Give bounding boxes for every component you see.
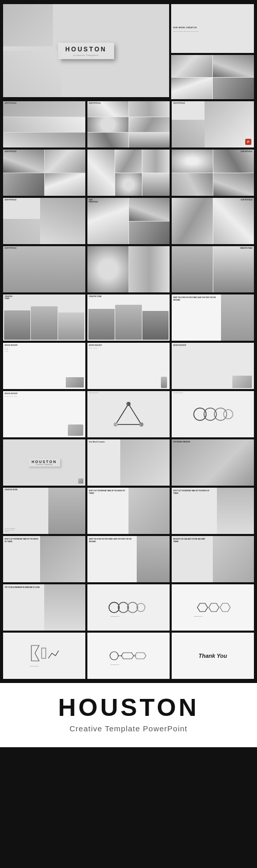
hero-row13: INFOGRAPHIC INFOGRAPHIC Thank You xyxy=(3,633,254,679)
slide-port-a[interactable]: OUR POTFOLIO xyxy=(3,150,85,196)
label-believe: BELIEVE YOU CAN AND YOU'RE HALFWAY THERE xyxy=(173,538,210,542)
label-port-c: OUR POTFOLIO xyxy=(241,151,252,153)
houston-subtitle-2: Creative Template xyxy=(32,464,57,466)
thank-you-text: Thank You xyxy=(198,653,227,659)
slide-portfolio-ppt[interactable]: OUR POTFOLIO P xyxy=(172,101,254,147)
slide-dont-let-1[interactable]: DON'T LET YESTERDAY TAKE UP TOO MUCH OF … xyxy=(87,488,170,534)
slide-port-e[interactable]: OURPORTFOLIO xyxy=(87,198,170,244)
slide-office-wide[interactable]: OUR POTFOLIO xyxy=(3,246,85,292)
svg-marker-24 xyxy=(121,653,134,659)
slide-houston-2[interactable]: HOUSTON Creative Template xyxy=(3,439,85,486)
infographic-3-svg: INFOGRAPHIC xyxy=(29,643,60,669)
houston-title: HOUSTON xyxy=(65,46,107,53)
slide-creative-team-3[interactable]: CREATIVE TEAM xyxy=(87,294,170,341)
hero-row12: TRY TO BE A RAINBOW IN SOMEONE'S CLOUD I… xyxy=(3,584,254,631)
svg-marker-0 xyxy=(116,404,141,424)
svg-point-10 xyxy=(224,410,233,419)
slide-device-tablet[interactable]: DEVICE MOCKUP TITLE TITLE TITLE xyxy=(3,391,85,437)
svg-rect-20 xyxy=(42,648,46,658)
hero-row3: OUR POTFOLIO OUR POTFOLIO xyxy=(3,150,254,196)
slide-creative-work-1[interactable]: CREATIVE WORK Don't let yesterdaytake up… xyxy=(3,488,85,534)
label-dl3: DON'T LET YESTERDAY TAKE UP TOO MUCH OF … xyxy=(5,538,39,542)
slide-dont-let-3[interactable]: DON'T LET YESTERDAY TAKE UP TOO MUCH OF … xyxy=(3,536,85,582)
slide-work-creative-3[interactable]: OUR WORK CREATIVE xyxy=(172,439,254,486)
top-right-col: OUR WORK CREATIVE Don't let yesterday ta… xyxy=(171,4,254,99)
slide-creative-team-1[interactable]: CREATIVE TEAM xyxy=(172,246,254,292)
houston-main-slide[interactable]: HOUSTON Creative Template xyxy=(3,4,169,97)
slide-port-b[interactable] xyxy=(87,150,170,196)
hero-row1: HOUSTON Creative Template OUR WORK CREAT… xyxy=(3,4,254,99)
slide-port-f[interactable]: OUR POTFOLIO xyxy=(172,198,254,244)
label-device-3: DEVICE MOCKUP xyxy=(173,344,252,346)
slide-try-rainbow[interactable]: TRY TO BE A RAINBOW IN SOMEONE'S CLOUD xyxy=(3,584,85,631)
label-portfolio: OUR POTFOLIO xyxy=(5,102,16,104)
slide-port-d[interactable]: OUR POTFOLIO xyxy=(3,198,85,244)
slide-work-creative-2[interactable]: Our Work Creative xyxy=(87,439,170,486)
label-dl2: DON'T LET YESTERDAY TAKE UP TOO MUCH OF … xyxy=(173,490,214,494)
svg-point-22 xyxy=(110,652,118,660)
slide-photo-collage-1[interactable] xyxy=(171,55,254,100)
slide-believe[interactable]: BELIEVE YOU CAN AND YOU'RE HALFWAY THERE xyxy=(172,536,254,582)
slide-label-owc1: OUR WORK CREATIVE xyxy=(173,27,252,29)
hero-row2: OUR POTFOLIO OUR POTFOLIO OUR POTFOLIO xyxy=(3,101,254,147)
slide-dont-let-2[interactable]: DON'T LET YESTERDAY TAKE UP TOO MUCH OF … xyxy=(172,488,254,534)
label-ct3: CREATIVE TEAM xyxy=(89,296,101,298)
label-ct2: CREATIVETEAM! xyxy=(5,296,12,300)
label-port-d: OUR POTFOLIO xyxy=(5,199,16,201)
slide-circles-infographic[interactable]: INFOGRAPHICS xyxy=(172,391,254,437)
svg-point-12 xyxy=(118,602,128,613)
slide-device-3[interactable]: DEVICE MOCKUP xyxy=(172,343,254,389)
label-owc2: Our Work Creative xyxy=(89,441,105,443)
houston-subtitle: Creative Template xyxy=(65,54,107,57)
slide-device-2[interactable]: DEVICE MOCKUP TITLE TITLE xyxy=(87,343,170,389)
slide-infographic-4[interactable]: INFOGRAPHIC xyxy=(87,633,170,679)
slide-triangle-infographic[interactable]: 1 2 3 INFOGRAPHICS xyxy=(87,391,170,437)
infographic-svg-2: INFOGRAPHIC xyxy=(108,597,149,618)
slide-team-photo[interactable] xyxy=(87,246,170,292)
infographic-4-svg: INFOGRAPHIC xyxy=(108,645,149,666)
slide-our-work-creative-1[interactable]: OUR WORK CREATIVE Don't let yesterday ta… xyxy=(171,4,254,53)
slide-keep-eyes-2[interactable]: KEEP YOU EYES ON THE START, AND YOU FEET… xyxy=(87,536,170,582)
label-office: OUR POTFOLIO xyxy=(5,247,16,249)
label-device-tablet: DEVICE MOCKUP xyxy=(5,393,84,395)
slide-infographic-circles2[interactable]: INFOGRAPHIC xyxy=(87,584,170,631)
label-ke2: KEEP YOU EYES ON THE START, AND YOU FEET… xyxy=(89,538,134,542)
svg-point-13 xyxy=(127,602,138,613)
label-dl1: DON'T LET YESTERDAY TAKE UP TOO MUCH OF … xyxy=(89,490,126,494)
svg-text:INFOGRAPHIC: INFOGRAPHIC xyxy=(111,664,120,666)
page-wrapper: HOUSTON Creative Template OUR WORK CREAT… xyxy=(0,0,257,747)
slide-infographic-3[interactable]: INFOGRAPHIC xyxy=(3,633,85,679)
hero-row10: CREATIVE WORK Don't let yesterdaytake up… xyxy=(3,488,254,534)
label-port-e: OURPORTFOLIO xyxy=(89,199,98,203)
label-device-2: DEVICE MOCKUP xyxy=(89,344,168,346)
svg-point-11 xyxy=(109,602,119,613)
hero-row6: CREATIVETEAM! CREATIVE TEAM KEEP YOU EYE… xyxy=(3,294,254,341)
slide-device-1[interactable]: DEVICE MOCKUP TITLETITLETITLE xyxy=(3,343,85,389)
label-owc3: OUR WORK CREATIVE xyxy=(173,441,190,443)
label-creative-team: CREATIVE TEAM xyxy=(240,247,252,249)
slide-port-c[interactable]: OUR POTFOLIO xyxy=(172,150,254,196)
hero-row4: OUR POTFOLIO OURPORTFOLIO OUR POTFOLIO xyxy=(3,198,254,244)
label-keep: KEEP YOU EYES ON THE START, AND YOU FEET… xyxy=(173,297,218,301)
label-portfolio-2: OUR POTFOLIO xyxy=(89,102,101,104)
slide-keep-eyes[interactable]: KEEP YOU EYES ON THE START, AND YOU FEET… xyxy=(172,294,254,341)
slide-infographic-arrows[interactable]: INFOGRAPHIC xyxy=(172,584,254,631)
hero-row7: DEVICE MOCKUP TITLETITLETITLE DEVICE MOC… xyxy=(3,343,254,389)
svg-marker-17 xyxy=(209,603,219,612)
footer-subtitle: Creative Template PowerPoint xyxy=(5,724,252,733)
circles-svg xyxy=(192,404,233,424)
label-device-1: DEVICE MOCKUP xyxy=(5,344,84,346)
slide-thank-you[interactable]: Thank You xyxy=(172,633,254,679)
houston-title-2: HOUSTON xyxy=(32,460,57,464)
label-tr: TRY TO BE A RAINBOW IN SOMEONE'S CLOUD xyxy=(5,586,42,588)
hero-row11: DON'T LET YESTERDAY TAKE UP TOO MUCH OF … xyxy=(3,536,254,582)
svg-text:INFOGRAPHIC: INFOGRAPHIC xyxy=(30,666,39,667)
footer: HOUSTON Creative Template PowerPoint xyxy=(0,683,257,747)
footer-title: HOUSTON xyxy=(5,695,252,720)
slide-creative-team-2[interactable]: CREATIVETEAM! xyxy=(3,294,85,341)
hero-row5: OUR POTFOLIO CREATIVE TEAM xyxy=(3,246,254,292)
label-port-a: OUR POTFOLIO xyxy=(5,151,16,153)
slide-portfolio-v1[interactable]: OUR POTFOLIO xyxy=(3,101,85,147)
slide-portfolio-grid1[interactable]: OUR POTFOLIO xyxy=(87,101,170,147)
svg-marker-16 xyxy=(197,603,208,612)
